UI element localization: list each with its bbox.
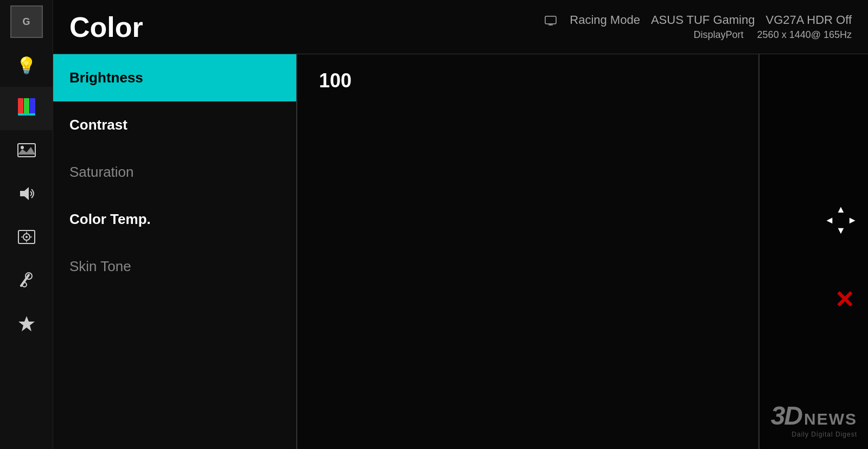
svg-point-9 (25, 236, 28, 238)
sidebar-item-brightness[interactable]: 💡 (0, 43, 53, 87)
sidebar-logo: G (10, 5, 43, 38)
arrow-right-icon[interactable]: ► (847, 214, 857, 226)
brightness-value: 100 (319, 69, 737, 92)
menu-item-saturation[interactable]: Saturation (53, 149, 296, 196)
header: Color Racing Mode ASUS TUF Gaming VG27A … (53, 0, 868, 54)
menu-item-skin-tone[interactable]: Skin Tone (53, 243, 296, 290)
connection-type: DisplayPort (694, 29, 744, 40)
resolution-info: 2560 x 1440@ 165Hz (757, 29, 852, 40)
menu-item-contrast[interactable]: Contrast (53, 101, 296, 149)
sidebar-item-input[interactable] (0, 217, 53, 260)
svg-rect-1 (24, 98, 29, 116)
menu-panel: Brightness Contrast Saturation Color Tem… (53, 54, 297, 449)
sidebar-item-image[interactable] (0, 130, 53, 174)
svg-rect-0 (18, 98, 23, 116)
menu-item-color-temp[interactable]: Color Temp. (53, 196, 296, 243)
input-icon (17, 227, 36, 251)
sound-icon (17, 184, 36, 207)
header-info-top: Racing Mode ASUS TUF Gaming VG27A HDR Of… (545, 13, 852, 27)
menu-item-brightness[interactable]: Brightness (53, 54, 296, 101)
system-icon (17, 271, 36, 294)
nav-arrows-container: ▲ ▼ ◄ ► (825, 204, 857, 236)
nav-cross: ▲ ▼ ◄ ► (825, 204, 857, 236)
sidebar-item-sound[interactable] (0, 174, 53, 217)
svg-point-5 (21, 146, 24, 149)
arrow-down-icon[interactable]: ▼ (836, 225, 846, 236)
header-info-bottom: DisplayPort 2560 x 1440@ 165Hz (694, 29, 852, 41)
svg-marker-6 (20, 187, 29, 200)
arrow-up-icon[interactable]: ▲ (836, 204, 846, 215)
page-title: Color (69, 11, 545, 43)
watermark-sub: Daily Digital Digest (771, 431, 857, 438)
device-model: VG27A HDR Off (765, 13, 852, 27)
sidebar-item-favorite[interactable] (0, 304, 53, 347)
brightness-icon: 💡 (16, 56, 36, 75)
logo-text: G (22, 16, 30, 28)
sidebar: G 💡 (0, 0, 53, 449)
watermark-news: NEWS (804, 410, 857, 428)
favorite-icon (17, 314, 36, 337)
device-brand: ASUS TUF Gaming (651, 13, 755, 27)
main-content: Brightness Contrast Saturation Color Tem… (53, 54, 868, 449)
sidebar-item-system[interactable] (0, 260, 53, 304)
svg-rect-14 (545, 16, 556, 24)
watermark: 3D NEWS Daily Digital Digest (771, 401, 857, 438)
color-icon (17, 97, 36, 120)
svg-marker-13 (18, 316, 35, 331)
right-panel: ▲ ▼ ◄ ► ✕ 3D NEWS Daily Digital Digest (760, 54, 868, 449)
svg-rect-2 (30, 98, 35, 116)
arrow-left-icon[interactable]: ◄ (825, 214, 834, 226)
image-icon (17, 140, 36, 164)
header-info: Racing Mode ASUS TUF Gaming VG27A HDR Of… (545, 13, 852, 41)
racing-mode-label: Racing Mode (570, 13, 640, 27)
sidebar-item-color[interactable] (0, 87, 53, 130)
close-button[interactable]: ✕ (834, 286, 854, 313)
value-panel: 100 (297, 54, 760, 449)
watermark-3d: 3D (771, 401, 802, 431)
monitor-icon (545, 14, 559, 27)
svg-rect-3 (18, 113, 35, 116)
